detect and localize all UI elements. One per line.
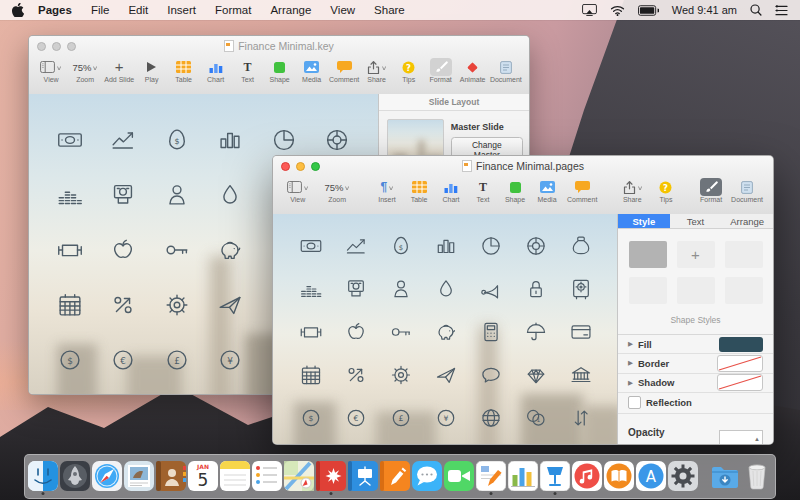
toolbar-chart-button[interactable]: Chart bbox=[204, 58, 228, 83]
euro-coin-icon[interactable]: € bbox=[343, 405, 369, 431]
pound-coin-icon[interactable]: £ bbox=[388, 405, 414, 431]
keynote-titlebar[interactable]: Finance Minimal.key bbox=[29, 36, 529, 56]
pie-chart-icon[interactable] bbox=[478, 233, 504, 259]
toolbar-shape-button[interactable]: Shape bbox=[268, 58, 292, 83]
paper-plane-icon[interactable] bbox=[433, 362, 459, 388]
reflection-row[interactable]: Reflection bbox=[618, 393, 773, 414]
notification-center-icon[interactable] bbox=[775, 5, 788, 16]
dock-keynote-app-icon[interactable] bbox=[540, 459, 570, 495]
toolbar-animate-button[interactable]: Animate bbox=[461, 58, 485, 83]
toolbar-comment-button[interactable]: Comment bbox=[567, 178, 597, 203]
credit-card-icon[interactable] bbox=[568, 319, 594, 345]
zoom-button[interactable] bbox=[67, 42, 76, 51]
dock-downloads-folder-icon[interactable] bbox=[710, 459, 740, 495]
toolbar-comment-button[interactable]: Comment bbox=[332, 58, 357, 83]
dock-numbers-app-icon[interactable] bbox=[508, 459, 538, 495]
dock-messages-icon[interactable] bbox=[412, 459, 442, 495]
percent-icon[interactable] bbox=[108, 290, 138, 320]
menu-item-view[interactable]: View bbox=[330, 4, 355, 16]
toolbar-format-button[interactable]: Format bbox=[699, 178, 723, 203]
person-icon[interactable] bbox=[162, 180, 192, 210]
toolbar-zoom-button[interactable]: 75%∨Zoom bbox=[320, 178, 353, 203]
close-button[interactable] bbox=[281, 162, 290, 171]
dock-reminders-icon[interactable] bbox=[252, 459, 282, 495]
toolbar-zoom-button[interactable]: 75%∨Zoom bbox=[71, 58, 99, 83]
spotlight-icon[interactable] bbox=[750, 4, 762, 16]
dock-book-red-star-icon[interactable] bbox=[316, 459, 346, 495]
paper-plane-icon[interactable] bbox=[215, 290, 245, 320]
menu-item-arrange[interactable]: Arrange bbox=[270, 4, 311, 16]
banknote-icon[interactable] bbox=[55, 125, 85, 155]
toolbar-document-button[interactable]: Document bbox=[731, 178, 763, 203]
dollar-coin-icon[interactable]: $ bbox=[55, 345, 85, 375]
minimize-button[interactable] bbox=[296, 162, 305, 171]
key-icon[interactable] bbox=[162, 235, 192, 265]
toolbar-tips-button[interactable]: ?Tips bbox=[397, 58, 421, 83]
shadow-section-row[interactable]: ▶ Shadow bbox=[618, 374, 773, 393]
toolbar-table-button[interactable]: Table bbox=[407, 178, 431, 203]
umbrella-icon[interactable] bbox=[523, 319, 549, 345]
bar-chart-icon[interactable] bbox=[433, 233, 459, 259]
gear-icon[interactable] bbox=[162, 290, 192, 320]
toolbar-text-button[interactable]: TText bbox=[471, 178, 495, 203]
toolbar-view-button[interactable]: ∨View bbox=[283, 178, 312, 203]
dock-mail-icon[interactable] bbox=[124, 459, 154, 495]
toolbar-chart-button[interactable]: Chart bbox=[439, 178, 463, 203]
pound-coin-icon[interactable]: £ bbox=[162, 345, 192, 375]
nest-egg-icon[interactable]: $ bbox=[388, 233, 414, 259]
dock-contacts-icon[interactable] bbox=[156, 459, 186, 495]
fill-section-row[interactable]: ▶ Fill bbox=[618, 335, 773, 354]
toolbar-view-button[interactable]: ∨View bbox=[39, 58, 63, 83]
shape-style-swatch[interactable] bbox=[629, 277, 667, 304]
wifi-icon[interactable] bbox=[610, 5, 625, 16]
dock-ibooks-icon[interactable] bbox=[604, 459, 634, 495]
money-bag-icon[interactable] bbox=[568, 233, 594, 259]
minimize-button[interactable] bbox=[52, 42, 61, 51]
shape-style-swatch[interactable] bbox=[725, 277, 763, 304]
toolbar-document-button[interactable]: Document bbox=[493, 58, 519, 83]
speech-bubble-icon[interactable] bbox=[478, 362, 504, 388]
dock-launchpad-icon[interactable] bbox=[60, 459, 90, 495]
dock-finder-icon[interactable] bbox=[28, 459, 58, 495]
dock-book-orange-pencil-icon[interactable] bbox=[380, 459, 410, 495]
toolbar-media-button[interactable]: Media bbox=[535, 178, 559, 203]
close-button[interactable] bbox=[37, 42, 46, 51]
dock-system-preferences-icon[interactable] bbox=[668, 459, 698, 495]
pages-titlebar[interactable]: Finance Minimal.pages bbox=[273, 156, 773, 176]
pages-document-canvas[interactable]: $$€£¥1 bbox=[273, 214, 617, 444]
dock-itunes-icon[interactable] bbox=[572, 459, 602, 495]
yen-coin-icon[interactable]: ¥ bbox=[215, 345, 245, 375]
fill-color-well[interactable] bbox=[719, 337, 763, 352]
tab-style[interactable]: Style bbox=[618, 214, 670, 228]
reflection-checkbox[interactable] bbox=[628, 396, 641, 409]
toolbar-shape-button[interactable]: Shape bbox=[503, 178, 527, 203]
gear-icon[interactable] bbox=[388, 362, 414, 388]
drop-icon[interactable] bbox=[215, 180, 245, 210]
menu-item-pages[interactable]: Pages bbox=[38, 4, 72, 16]
dock-trash-icon[interactable] bbox=[742, 459, 772, 495]
toolbar-share-button[interactable]: ∨Share bbox=[365, 58, 389, 83]
bar-chart-icon[interactable] bbox=[215, 125, 245, 155]
yen-coin-icon[interactable]: ¥ bbox=[433, 405, 459, 431]
menu-item-insert[interactable]: Insert bbox=[167, 4, 196, 16]
bench-icon[interactable] bbox=[55, 235, 85, 265]
drop-icon[interactable] bbox=[433, 276, 459, 302]
menu-bar-clock[interactable]: Wed 9:41 am bbox=[672, 4, 737, 16]
dock-notes-icon[interactable] bbox=[220, 459, 250, 495]
disclosure-triangle-icon[interactable]: ▶ bbox=[628, 359, 633, 367]
dock-safari-icon[interactable] bbox=[92, 459, 122, 495]
toolbar-play-button[interactable]: Play bbox=[140, 58, 164, 83]
pie-chart-icon[interactable] bbox=[269, 125, 299, 155]
diamond-icon[interactable] bbox=[523, 362, 549, 388]
apple-icon[interactable] bbox=[343, 319, 369, 345]
bank-icon[interactable] bbox=[568, 362, 594, 388]
toolbar-media-button[interactable]: Media bbox=[300, 58, 324, 83]
tab-text[interactable]: Text bbox=[670, 214, 722, 228]
dollar-coin-icon[interactable]: $ bbox=[298, 405, 324, 431]
globe-icon[interactable] bbox=[478, 405, 504, 431]
piggy-bank-icon[interactable] bbox=[215, 235, 245, 265]
toolbar-tips-button[interactable]: ?Tips bbox=[654, 178, 678, 203]
dock-app-store-icon[interactable]: A bbox=[636, 459, 666, 495]
padlock-icon[interactable] bbox=[523, 276, 549, 302]
border-section-row[interactable]: ▶ Border bbox=[618, 354, 773, 373]
